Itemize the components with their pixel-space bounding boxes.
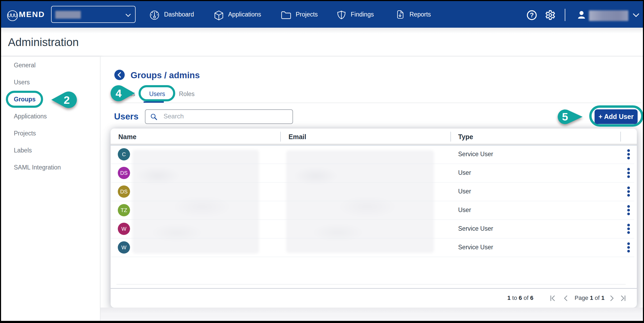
svg-text:?: ? (530, 11, 534, 19)
